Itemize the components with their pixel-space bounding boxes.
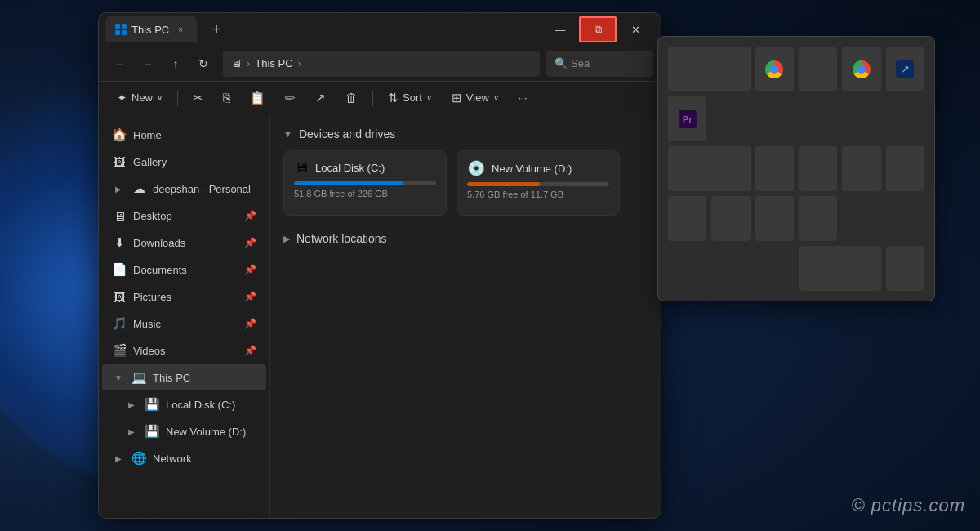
- paste-button[interactable]: 📋: [242, 85, 274, 111]
- more-button[interactable]: ···: [510, 85, 536, 111]
- documents-icon: 📄: [112, 262, 127, 277]
- sidebar-item-home[interactable]: 🏠 Home: [102, 122, 266, 148]
- sidebar-item-downloads[interactable]: ⬇ Downloads 📌: [102, 230, 266, 256]
- localdisk-icon: 💾: [145, 397, 159, 412]
- share-icon: ↗: [315, 91, 326, 105]
- snap-cell-1-2[interactable]: [755, 47, 794, 91]
- pin-icon-videos: 📌: [244, 345, 256, 356]
- downloads-icon: ⬇: [112, 235, 127, 250]
- drive-card-d[interactable]: 💿 New Volume (D:) 5.76 GB free of 11.7 G…: [457, 150, 620, 216]
- minimize-button[interactable]: —: [541, 16, 579, 42]
- sidebar-label-videos: Videos: [133, 345, 166, 357]
- snap-cell-2-3[interactable]: [799, 146, 837, 191]
- snap-layout-popup: ↗ Pr: [657, 36, 935, 301]
- sidebar-expander-newvolume: ▶: [125, 425, 138, 438]
- snap-cell-2-6[interactable]: [668, 196, 706, 241]
- view-button[interactable]: ⊞ View ∨: [443, 85, 507, 111]
- sidebar-item-localdisk[interactable]: ▶ 💾 Local Disk (C:): [102, 391, 266, 417]
- sidebar-item-gallery[interactable]: 🖼 Gallery: [102, 149, 266, 175]
- snap-cell-1-3[interactable]: [799, 47, 837, 91]
- sidebar-label-documents: Documents: [133, 264, 187, 276]
- cut-button[interactable]: ✂: [185, 85, 212, 111]
- sidebar-item-videos[interactable]: 🎬 Videos 📌: [102, 337, 266, 364]
- new-button[interactable]: ✦ New ∨: [109, 85, 171, 111]
- more-icon: ···: [519, 91, 528, 104]
- delete-button[interactable]: 🗑: [337, 85, 366, 111]
- drive-c-name: Local Disk (C:): [315, 162, 385, 174]
- content-area: 🏠 Home 🖼 Gallery ▶ ☁ deepshan - Personal…: [99, 114, 661, 518]
- cloud-icon: ☁: [131, 181, 146, 196]
- home-icon: 🏠: [112, 127, 127, 142]
- sidebar-item-music[interactable]: 🎵 Music 📌: [102, 310, 266, 337]
- address-chevron-2: ›: [298, 57, 301, 69]
- sidebar-item-network[interactable]: ▶ 🌐 Network: [102, 445, 266, 471]
- drive-c-icon: 🖥: [294, 159, 309, 176]
- maximize-button[interactable]: ⧉: [579, 16, 617, 42]
- drive-card-c[interactable]: 🖥 Local Disk (C:) 51.8 GB free of 226 GB: [283, 150, 447, 216]
- network-section: ▶ Network locations: [283, 232, 648, 245]
- sidebar: 🏠 Home 🖼 Gallery ▶ ☁ deepshan - Personal…: [99, 114, 270, 518]
- snap-cell-3-2[interactable]: [755, 196, 794, 241]
- sidebar-item-documents[interactable]: 📄 Documents 📌: [102, 257, 266, 283]
- sidebar-item-desktop[interactable]: 🖥 Desktop 📌: [102, 203, 266, 229]
- drives-grid: 🖥 Local Disk (C:) 51.8 GB free of 226 GB…: [283, 150, 648, 216]
- search-box[interactable]: 🔍 Sea: [546, 51, 653, 77]
- network-section-header[interactable]: ▶ Network locations: [283, 232, 648, 245]
- snap-cell-2-4[interactable]: [842, 146, 880, 191]
- forward-button[interactable]: →: [135, 51, 161, 77]
- file-explorer-window: This PC × + — ⧉ ✕ ← → ↑ ↻ 🖥 › This PC › …: [98, 12, 662, 519]
- chrome-icon-1: [765, 60, 783, 78]
- snap-cell-3-3[interactable]: [799, 196, 837, 241]
- sort-icon: ⇅: [388, 91, 399, 105]
- drive-d-icon: 💿: [467, 159, 485, 177]
- back-button[interactable]: ←: [107, 51, 133, 77]
- command-bar: ✦ New ∨ ✂ ⎘ 📋 ✏ ↗ 🗑 ⇅ Sort ∨ ⊞: [99, 82, 661, 114]
- drive-d-name: New Volume (D:): [492, 163, 572, 175]
- watermark: © pctips.com: [852, 495, 965, 516]
- snap-cell-3-4[interactable]: [799, 246, 881, 291]
- drive-card-c-top: 🖥 Local Disk (C:): [294, 159, 436, 176]
- sidebar-expander-cloud: ▶: [112, 182, 125, 195]
- snap-cell-1-1[interactable]: [668, 47, 751, 91]
- thispc-icon: 💻: [131, 370, 146, 385]
- search-placeholder: Sea: [571, 57, 590, 69]
- window-tab[interactable]: This PC ×: [105, 16, 197, 42]
- address-bar[interactable]: 🖥 › This PC ›: [223, 51, 540, 77]
- devices-section-header[interactable]: ▼ Devices and drives: [283, 127, 648, 141]
- sidebar-item-pictures[interactable]: 🖼 Pictures 📌: [102, 283, 266, 310]
- sort-label: Sort: [403, 91, 422, 104]
- chrome-icon-2: [853, 60, 871, 78]
- new-icon: ✦: [117, 91, 127, 105]
- pictures-icon: 🖼: [112, 289, 127, 304]
- tab-close-button[interactable]: ×: [174, 23, 187, 36]
- divider-1: [177, 90, 178, 106]
- gallery-icon: 🖼: [112, 154, 127, 169]
- snap-cell-2-5[interactable]: [886, 146, 924, 191]
- sidebar-item-newvolume[interactable]: ▶ 💾 New Volume (D:): [102, 418, 266, 444]
- new-chevron: ∨: [157, 93, 163, 102]
- search-icon: 🔍: [555, 57, 568, 69]
- snap-cell-3-1[interactable]: [711, 196, 750, 241]
- sidebar-item-thispc[interactable]: ▼ 💻 This PC: [102, 364, 266, 390]
- premiere-icon-1: Pr: [679, 110, 697, 128]
- share-button[interactable]: ↗: [307, 85, 334, 111]
- snap-cell-1-4[interactable]: [842, 47, 880, 91]
- copy-button[interactable]: ⎘: [215, 85, 238, 111]
- snap-cell-2-2[interactable]: [755, 146, 794, 191]
- snap-cell-1-5[interactable]: ↗: [886, 47, 924, 91]
- drive-card-d-top: 💿 New Volume (D:): [467, 159, 609, 177]
- snap-cell-3-6[interactable]: [886, 246, 924, 291]
- sidebar-expander-network: ▶: [112, 452, 125, 465]
- new-tab-button[interactable]: +: [205, 18, 228, 41]
- sort-button[interactable]: ⇅ Sort ∨: [380, 85, 440, 111]
- sidebar-expander-thispc: ▼: [112, 371, 125, 384]
- close-button[interactable]: ✕: [617, 16, 654, 42]
- snap-cell-1-6[interactable]: Pr: [668, 96, 706, 141]
- snap-cell-2-1[interactable]: [668, 146, 751, 191]
- sidebar-item-cloud[interactable]: ▶ ☁ deepshan - Personal: [102, 176, 266, 202]
- sidebar-label-network: Network: [153, 453, 192, 465]
- refresh-button[interactable]: ↻: [190, 51, 216, 77]
- up-button[interactable]: ↑: [163, 51, 189, 77]
- view-chevron: ∨: [493, 93, 499, 102]
- rename-button[interactable]: ✏: [277, 85, 304, 111]
